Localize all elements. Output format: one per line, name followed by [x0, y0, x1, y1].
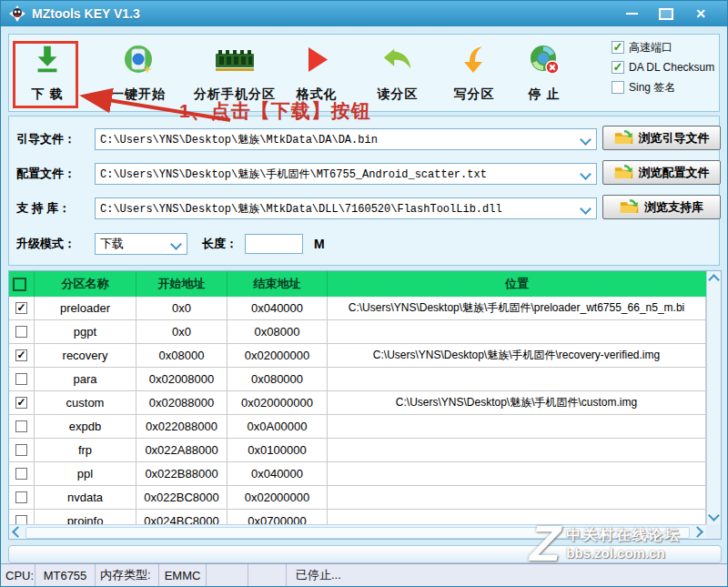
header-start-address[interactable]: 开始地址: [136, 271, 228, 297]
table-hscrollbar[interactable]: [9, 524, 706, 539]
stop-button[interactable]: 停 止: [511, 39, 577, 106]
checkbox-icon[interactable]: [612, 81, 624, 94]
browse-boot-button[interactable]: 浏览引导文件: [602, 126, 721, 150]
table-row[interactable]: expdb0x0220880000x0A00000: [9, 415, 706, 439]
row-checkbox[interactable]: ✓: [15, 349, 27, 361]
partition-table-header: 分区名称 开始地址 结束地址 位置: [9, 271, 706, 298]
checkbox-label: Sing 签名: [629, 80, 675, 96]
checkbox-icon[interactable]: ✓: [612, 41, 624, 54]
select-all-checkbox-icon[interactable]: [13, 278, 26, 291]
start-address-cell: 0x0: [136, 297, 228, 319]
close-button[interactable]: ✕: [691, 5, 711, 22]
row-checkbox[interactable]: [15, 373, 27, 385]
row-select-cell[interactable]: [9, 415, 35, 438]
window-title: MZtools KEY V1.3: [32, 6, 140, 21]
header-partition-name[interactable]: 分区名称: [35, 271, 136, 297]
partition-name-cell: frp: [35, 439, 136, 461]
header-location[interactable]: 位置: [328, 271, 706, 297]
table-row[interactable]: para0x020080000x080000: [9, 368, 706, 391]
maximize-button[interactable]: [656, 5, 676, 22]
row-checkbox[interactable]: [15, 491, 27, 503]
header-end-address[interactable]: 结束地址: [228, 271, 328, 297]
table-row[interactable]: frp0x022A880000x0100000: [9, 439, 706, 462]
row-select-cell[interactable]: ✓: [9, 391, 35, 414]
row-select-cell[interactable]: [9, 462, 35, 485]
row-select-cell[interactable]: [9, 368, 35, 390]
chevron-down-icon[interactable]: [580, 168, 592, 180]
table-row[interactable]: ppl0x022B880000x040000: [9, 462, 706, 486]
browse-button-label: 浏览支持库: [644, 199, 703, 216]
upgrade-mode-row: 升级模式： 下载 长度： M: [9, 232, 719, 256]
scroll-left-icon[interactable]: [9, 525, 24, 539]
partition-name-cell: preloader: [35, 297, 136, 319]
length-input[interactable]: [245, 234, 303, 254]
row-select-cell[interactable]: [9, 320, 35, 343]
hscroll-thumb[interactable]: [25, 527, 690, 539]
toolbar-button-label: 一键开始: [111, 86, 166, 103]
table-row[interactable]: nvdata0x022BC80000x02000000: [9, 486, 706, 510]
close-icon: ✕: [695, 7, 706, 20]
table-row[interactable]: ✓custom0x020880000x020000000C:\Users\YNS…: [9, 391, 706, 415]
location-cell: [328, 320, 706, 343]
end-address-cell: 0x0A00000: [228, 415, 328, 438]
end-address-cell: 0x080000: [228, 368, 328, 390]
scroll-down-icon[interactable]: [707, 510, 721, 524]
row-select-cell[interactable]: [9, 439, 35, 461]
row-checkbox[interactable]: [15, 420, 27, 432]
checkbox-icon[interactable]: ✓: [612, 61, 624, 74]
row-select-cell[interactable]: ✓: [9, 297, 35, 319]
maximize-icon: [659, 8, 673, 20]
scrollbar-corner: [706, 524, 721, 539]
sign-checkbox[interactable]: Sing 签名: [612, 80, 714, 95]
scatter-file-combo[interactable]: C:\Users\YNS\Desktop\魅族\手机固件\MT6755_Andr…: [95, 163, 597, 185]
end-address-cell: 0x0100000: [228, 439, 328, 461]
row-checkbox[interactable]: [15, 515, 27, 524]
select-all-header-cell[interactable]: [9, 271, 35, 297]
one-key-start-button[interactable]: 一键开始: [96, 39, 180, 106]
location-cell: C:\Users\YNS\Desktop\魅族\手机固件\custom.img: [328, 391, 706, 414]
row-checkbox[interactable]: [15, 468, 27, 480]
table-row[interactable]: ✓recovery0x080000x02000000C:\Users\YNS\D…: [9, 344, 706, 368]
checkbox-label: DA DL Checksum: [629, 61, 714, 74]
row-checkbox[interactable]: ✓: [15, 302, 27, 314]
scroll-up-icon[interactable]: [707, 271, 721, 286]
table-row[interactable]: pgpt0x00x08000: [9, 320, 706, 344]
scatter-file-value: C:\Users\YNS\Desktop\魅族\手机固件\MT6755_Andr…: [100, 167, 487, 182]
boot-file-combo[interactable]: C:\Users\YNS\Desktop\魅族\MtkData\DA\DA.bi…: [95, 128, 597, 150]
write-arrow-icon: [457, 42, 491, 78]
da-dl-checksum-checkbox[interactable]: ✓ DA DL Checksum: [612, 60, 714, 75]
app-window: MZtools KEY V1.3 ✕ 下 载: [0, 0, 728, 587]
library-file-combo[interactable]: C:\Users\YNS\Desktop\魅族\MtkData\DLL\7160…: [95, 197, 597, 219]
location-cell: [328, 510, 706, 524]
format-button[interactable]: 格式化: [284, 39, 349, 106]
start-address-cell: 0x022088000: [136, 415, 228, 438]
row-select-cell[interactable]: [9, 510, 35, 524]
row-select-cell[interactable]: ✓: [9, 344, 35, 367]
read-partition-button[interactable]: 读分区: [362, 39, 433, 106]
upgrade-mode-combo[interactable]: 下载: [95, 233, 187, 255]
table-row[interactable]: ✓preloader0x00x040000C:\Users\YNS\Deskto…: [9, 297, 706, 320]
memory-chip-icon: [214, 42, 256, 78]
row-checkbox[interactable]: ✓: [15, 397, 27, 409]
browse-scatter-button[interactable]: 浏览配置文件: [602, 160, 721, 185]
folder-icon: [614, 129, 634, 147]
table-row[interactable]: proinfo0x024BC80000x0700000: [9, 510, 706, 524]
end-address-cell: 0x08000: [228, 320, 328, 343]
row-checkbox[interactable]: [15, 326, 27, 338]
row-select-cell[interactable]: [9, 486, 35, 509]
analyze-partitions-button[interactable]: 分析手机分区: [184, 39, 286, 106]
folder-icon: [620, 198, 640, 217]
minimize-button[interactable]: [622, 5, 642, 22]
partition-name-cell: custom: [35, 391, 136, 414]
scroll-right-icon[interactable]: [692, 525, 706, 539]
write-partition-button[interactable]: 写分区: [439, 39, 510, 106]
chevron-down-icon[interactable]: [580, 203, 592, 215]
minimize-icon: [626, 13, 638, 15]
highspeed-port-checkbox[interactable]: ✓ 高速端口: [612, 40, 714, 55]
browse-library-button[interactable]: 浏览支持库: [602, 195, 721, 219]
row-checkbox[interactable]: [15, 444, 27, 456]
table-vscrollbar[interactable]: [706, 271, 721, 524]
chevron-down-icon[interactable]: [580, 134, 592, 146]
partition-name-cell: expdb: [35, 415, 136, 438]
chevron-down-icon[interactable]: [170, 238, 182, 250]
